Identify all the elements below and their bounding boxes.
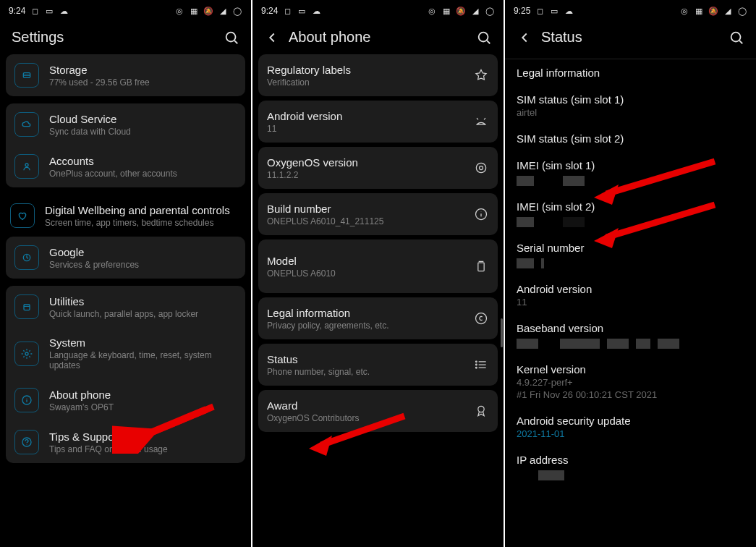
row-status[interactable]: Status Phone number, signal, etc. <box>258 344 498 386</box>
list-icon <box>473 357 489 373</box>
back-icon[interactable] <box>264 30 280 46</box>
row-title: Kernel version <box>517 363 744 376</box>
copyright-icon <box>473 310 489 326</box>
row-title: About phone <box>49 389 237 401</box>
row-oxygenos[interactable]: OxygenOS version 11.1.2.2 <box>258 147 498 189</box>
row-sub: ONEPLUS A6010_41_211125 <box>267 216 463 226</box>
scrollbar[interactable] <box>501 318 503 347</box>
svg-rect-24 <box>478 263 484 271</box>
row-title: Serial number <box>517 242 744 254</box>
cast-icon: ◎ <box>427 6 437 16</box>
row-sub: Screen time, app timers, bedtime schedul… <box>45 218 241 228</box>
row-title: Baseband version <box>517 322 744 334</box>
row-sub: Language & keyboard, time, reset, system… <box>49 350 237 370</box>
row-sub: Sync data with Cloud <box>49 127 237 137</box>
row-sub: Phone number, signal, etc. <box>267 367 463 377</box>
row-system[interactable]: System Language & keyboard, time, reset,… <box>6 328 245 379</box>
row-android-version[interactable]: Android version 11 <box>505 276 756 315</box>
svg-rect-6 <box>24 305 30 310</box>
mute-icon: 🔕 <box>203 6 213 16</box>
app-icon: ▦ <box>694 6 704 16</box>
row-sub: 11.1.2.2 <box>267 170 463 180</box>
row-imei1[interactable]: IMEI (sim slot 1) <box>505 152 756 193</box>
search-icon[interactable] <box>224 30 239 46</box>
row-google[interactable]: Google Services & preferences <box>6 237 245 279</box>
battery-icon: ◯ <box>232 6 242 16</box>
row-storage[interactable]: Storage 77% used - 29.56 GB free <box>6 54 245 96</box>
row-build-number[interactable]: Build number ONEPLUS A6010_41_211125 <box>258 193 498 235</box>
row-utilities[interactable]: Utilities Quick launch, parallel apps, a… <box>6 286 245 328</box>
row-cloud[interactable]: Cloud Service Sync data with Cloud <box>6 103 245 145</box>
row-sub: Privacy policy, agreements, etc. <box>267 321 463 331</box>
page-title: Status <box>541 29 582 46</box>
back-icon[interactable] <box>517 30 532 46</box>
system-icon <box>14 342 39 366</box>
row-model[interactable]: Model ONEPLUS A6010 <box>258 239 498 293</box>
row-title: Digital Wellbeing and parental controls <box>45 204 241 216</box>
clock: 9:24 <box>9 6 25 16</box>
row-tips[interactable]: Tips & Support Tips and FAQ on device us… <box>6 421 245 463</box>
signal-icon: ◢ <box>470 6 480 16</box>
clock: 9:25 <box>514 6 530 16</box>
svg-point-4 <box>25 164 28 166</box>
row-sub: OxygenOS Contributors <box>267 413 463 423</box>
card: Build number ONEPLUS A6010_41_211125 <box>258 193 498 235</box>
page-title: Settings <box>12 29 64 46</box>
panel-about-phone: 9:24 ◻ ▭ ☁ ◎ ▦ 🔕 ◢ ◯ About phone Re <box>251 0 504 547</box>
svg-point-32 <box>476 367 477 368</box>
search-icon[interactable] <box>476 30 492 46</box>
google-icon <box>14 245 39 270</box>
row-sim1[interactable]: SIM status (sim slot 1) airtel <box>505 86 756 125</box>
row-about-phone[interactable]: About phone Swayam's OP6T <box>6 379 245 421</box>
svg-line-18 <box>484 118 485 120</box>
card: Status Phone number, signal, etc. <box>258 344 498 386</box>
svg-line-35 <box>739 41 742 43</box>
row-serial[interactable]: Serial number <box>505 234 756 276</box>
row-android-version[interactable]: Android version 11 <box>258 101 498 143</box>
row-sub: airtel <box>517 107 744 118</box>
row-regulatory[interactable]: Regulatory labels Verification <box>258 54 498 96</box>
row-sub: #1 Fri Nov 26 00:10:21 CST 2021 <box>517 389 744 400</box>
row-title: Status <box>267 353 463 365</box>
row-legal-info[interactable]: Legal information <box>505 59 756 86</box>
search-icon[interactable] <box>729 30 744 46</box>
mute-icon: 🔕 <box>456 6 466 16</box>
row-title: IMEI (sim slot 1) <box>517 159 744 171</box>
row-title: Legal information <box>517 67 744 79</box>
row-kernel[interactable]: Kernel version 4.9.227-perf+ #1 Fri Nov … <box>505 356 756 407</box>
row-title: System <box>49 336 237 349</box>
row-sub: OnePlus account, other accounts <box>49 169 237 179</box>
info-icon <box>473 206 489 222</box>
row-accounts[interactable]: Accounts OnePlus account, other accounts <box>6 145 245 187</box>
row-baseband[interactable]: Baseband version <box>505 315 756 356</box>
header: About phone <box>252 22 504 59</box>
signal-icon: ◢ <box>723 6 733 16</box>
award-icon <box>473 403 489 419</box>
card-system-group: Utilities Quick launch, parallel apps, a… <box>6 286 245 463</box>
card: OxygenOS version 11.1.2.2 <box>258 147 498 189</box>
row-title: Android version <box>267 110 463 122</box>
status-bar: 9:25 ◻ ▭ ☁ ◎ ▦ 🔕 ◢ ◯ <box>505 0 756 22</box>
row-title: Legal information <box>267 307 463 319</box>
row-sub: ONEPLUS A6010 <box>267 268 463 279</box>
signal-icon: ◢ <box>218 6 228 16</box>
row-sim2[interactable]: SIM status (sim slot 2) <box>505 125 756 152</box>
row-title: IP address <box>517 454 744 466</box>
notif-icon: ◻ <box>535 6 545 16</box>
tips-icon <box>14 430 39 454</box>
row-title: Award <box>267 399 463 412</box>
row-ip-address[interactable]: IP address <box>505 446 756 488</box>
svg-line-16 <box>487 41 490 43</box>
row-title: OxygenOS version <box>267 156 463 169</box>
card: Android version 11 <box>258 101 498 143</box>
svg-point-15 <box>479 32 488 41</box>
gallery-icon: ▭ <box>549 6 559 16</box>
row-imei2[interactable]: IMEI (sim slot 2) <box>505 193 756 234</box>
page-title: About phone <box>289 29 370 46</box>
row-wellbeing[interactable]: Digital Wellbeing and parental controls … <box>6 195 245 237</box>
battery-icon: ◯ <box>737 6 747 16</box>
row-security-update[interactable]: Android security update 2021-11-01 <box>505 407 756 446</box>
card-accounts-group: Cloud Service Sync data with Cloud Accou… <box>6 103 245 187</box>
row-award[interactable]: Award OxygenOS Contributors <box>258 390 498 432</box>
row-legal[interactable]: Legal information Privacy policy, agreem… <box>258 297 498 339</box>
